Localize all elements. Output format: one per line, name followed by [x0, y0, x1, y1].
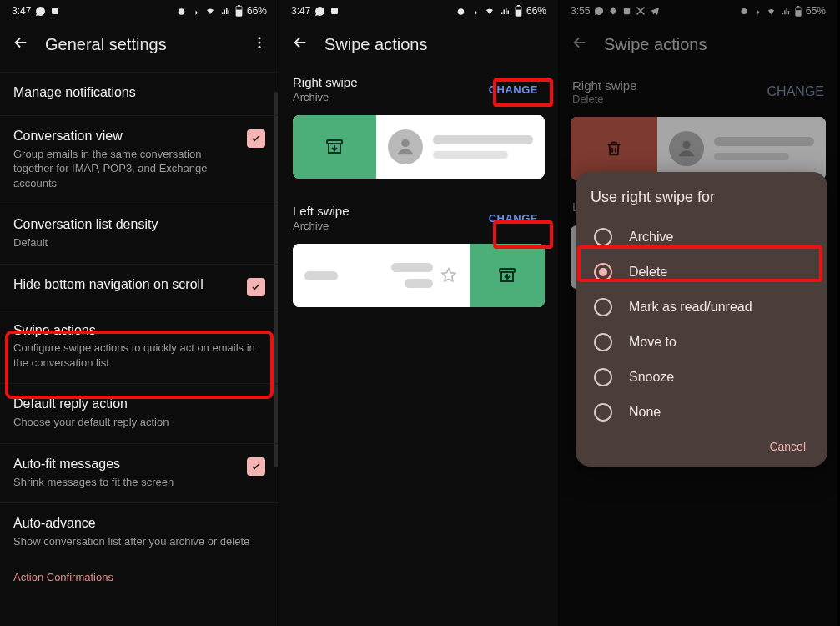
overflow-icon[interactable] — [242, 35, 267, 53]
svg-point-14 — [401, 139, 409, 147]
signal-icon — [220, 6, 231, 16]
row-title: Swipe actions — [13, 322, 265, 340]
whatsapp-icon — [314, 6, 325, 17]
archive-action-area — [293, 115, 376, 179]
checkbox-checked[interactable] — [247, 129, 265, 148]
row-default-reply[interactable]: Default reply action Choose your default… — [0, 383, 279, 442]
row-subtitle: Show conversation list after you archive… — [13, 534, 265, 549]
left-swipe-value: Archive — [293, 220, 350, 232]
radio-unselected — [594, 228, 612, 246]
avatar-placeholder — [388, 129, 423, 164]
svg-rect-13 — [327, 140, 342, 144]
option-label: Delete — [629, 265, 667, 280]
battery-percent: 66% — [526, 5, 546, 17]
panel-general-settings: 3:47 66% General settings Manage notific… — [0, 0, 279, 626]
svg-rect-3 — [236, 10, 242, 17]
svg-rect-8 — [331, 8, 338, 14]
left-swipe-label: Left swipe — [293, 204, 350, 218]
row-subtitle: Group emails in the same conversation to… — [13, 147, 239, 191]
row-swipe-actions[interactable]: Swipe actions Configure swipe actions to… — [0, 310, 279, 384]
radio-unselected — [594, 298, 612, 316]
row-title: Hide bottom navigation on scroll — [13, 276, 239, 294]
signal-icon — [500, 6, 511, 16]
left-swipe-section: Left swipe Archive CHANGE — [279, 195, 558, 307]
archive-icon — [497, 265, 517, 285]
row-title: Manage notifications — [13, 84, 265, 102]
settings-list: Manage notifications Conversation view G… — [0, 72, 279, 588]
row-title: Auto-fit messages — [13, 456, 239, 473]
alarm-icon — [176, 6, 187, 17]
row-manage-notifications[interactable]: Manage notifications — [0, 72, 279, 115]
right-swipe-section: Right swipe Archive CHANGE — [279, 67, 558, 179]
row-autofit[interactable]: Auto-fit messages Shrink messages to fit… — [0, 443, 279, 502]
svg-rect-12 — [517, 5, 520, 6]
app-bar: General settings — [0, 22, 279, 67]
option-archive[interactable]: Archive — [591, 220, 812, 255]
star-icon — [440, 266, 458, 285]
app-bar: Swipe actions — [279, 22, 558, 67]
wifi-icon — [484, 6, 495, 16]
row-title: Default reply action — [13, 396, 265, 413]
right-swipe-label: Right swipe — [293, 75, 358, 89]
svg-point-6 — [259, 42, 261, 44]
status-time: 3:47 — [291, 5, 310, 17]
row-subtitle: Choose your default reply action — [13, 415, 265, 430]
row-hide-bottom-nav[interactable]: Hide bottom navigation on scroll — [0, 264, 279, 310]
alarm-icon — [455, 6, 466, 17]
option-snooze[interactable]: Snooze — [591, 360, 812, 395]
svg-point-9 — [458, 8, 465, 15]
row-subtitle: Shrink messages to fit the screen — [13, 475, 239, 490]
option-none[interactable]: None — [591, 395, 812, 430]
svg-rect-4 — [238, 5, 240, 6]
checkbox-checked[interactable] — [247, 457, 265, 476]
change-left-button[interactable]: CHANGE — [482, 207, 545, 230]
right-swipe-preview — [293, 115, 545, 179]
battery-percent: 66% — [247, 5, 267, 17]
battery-icon — [235, 5, 243, 17]
status-bar: 3:47 66% — [279, 0, 558, 22]
svg-point-1 — [179, 8, 185, 15]
option-label: Archive — [629, 230, 673, 245]
cancel-button[interactable]: Cancel — [591, 430, 812, 455]
whatsapp-icon — [35, 6, 46, 17]
back-icon[interactable] — [291, 33, 309, 55]
status-bar: 3:47 66% — [0, 0, 279, 22]
archive-icon — [324, 137, 345, 157]
radio-unselected — [594, 333, 612, 351]
dialog-title: Use right swipe for — [591, 189, 812, 206]
change-right-button[interactable]: CHANGE — [482, 78, 545, 101]
radio-unselected — [594, 368, 612, 386]
bluetooth-icon — [470, 6, 480, 17]
svg-point-7 — [259, 46, 261, 48]
app-badge-icon — [50, 6, 60, 16]
svg-rect-11 — [516, 10, 521, 17]
checkbox-checked[interactable] — [247, 278, 265, 296]
option-label: Mark as read/unread — [629, 300, 752, 315]
panel-swipe-actions: 3:47 66% Swipe actions Right swipe Archi… — [279, 0, 559, 626]
archive-action-area — [470, 244, 545, 307]
option-move-to[interactable]: Move to — [591, 325, 812, 360]
radio-selected — [594, 263, 612, 281]
row-conversation-view[interactable]: Conversation view Group emails in the sa… — [0, 115, 279, 204]
panel-swipe-dialog: 3:55 65% Swipe actions Right swipe Delet… — [559, 0, 838, 626]
svg-rect-15 — [500, 269, 515, 272]
option-label: Move to — [629, 335, 677, 350]
row-title: Conversation view — [13, 128, 239, 145]
row-title: Auto-advance — [13, 515, 265, 533]
row-list-density[interactable]: Conversation list density Default — [0, 204, 279, 263]
svg-point-5 — [259, 37, 261, 39]
option-label: Snooze — [629, 370, 674, 385]
app-badge-icon — [329, 6, 340, 16]
row-auto-advance[interactable]: Auto-advance Show conversation list afte… — [0, 502, 279, 562]
row-title: Conversation list density — [13, 216, 265, 234]
svg-rect-0 — [52, 8, 58, 14]
swipe-action-dialog: Use right swipe for Archive Delete Mark … — [576, 172, 827, 467]
status-time: 3:47 — [12, 5, 31, 17]
bluetooth-icon — [191, 6, 200, 17]
back-icon[interactable] — [12, 33, 30, 55]
row-subtitle: Configure swipe actions to quickly act o… — [13, 341, 265, 370]
option-mark-read[interactable]: Mark as read/unread — [591, 290, 812, 325]
option-delete[interactable]: Delete — [591, 255, 812, 290]
section-action-confirmations: Action Confirmations — [0, 563, 279, 588]
page-title: General settings — [45, 35, 227, 54]
